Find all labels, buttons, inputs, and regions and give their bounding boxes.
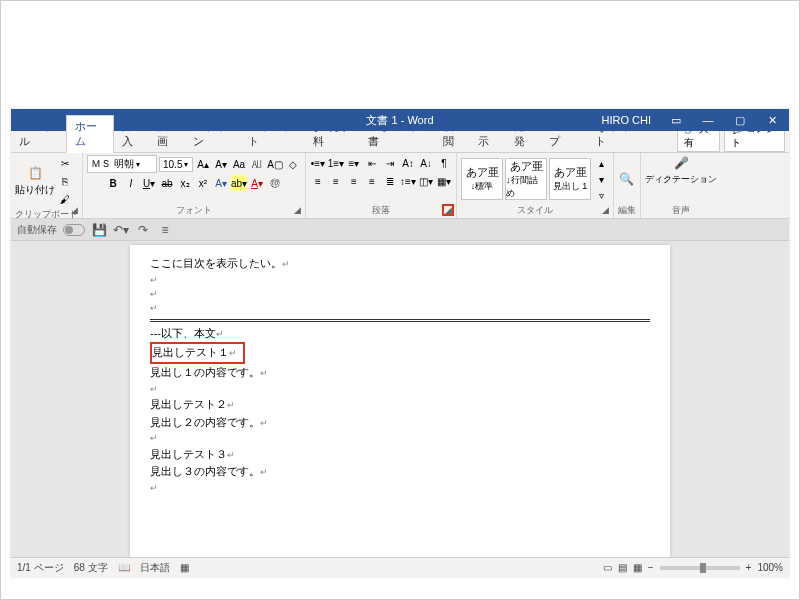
maximize-button[interactable]: ▢ [727, 112, 753, 129]
zoom-out-icon[interactable]: − [648, 562, 654, 573]
clipboard-launcher[interactable]: ◢ [68, 204, 80, 216]
show-marks-icon[interactable]: ¶ [436, 155, 452, 171]
enclose-char-icon[interactable]: ㊞ [267, 175, 283, 191]
strike-icon[interactable]: ab [159, 175, 175, 191]
language[interactable]: 日本語 [140, 561, 170, 575]
undo-icon[interactable]: ↶▾ [113, 222, 129, 238]
style-heading1[interactable]: あア亜見出し 1 [549, 158, 591, 200]
body-line: ここに目次を表示したい。↵ [150, 255, 650, 273]
group-styles: あア亜↓標準 あア亜↓行間詰め あア亜見出し 1 ▴ ▾ ▿ スタイル ◢ [457, 153, 614, 218]
shrink-font-icon[interactable]: A▾ [213, 156, 229, 172]
group-font: ＭＳ 明朝▾ 10.5▾ A▴ A▾ Aa ㍳ A▢ ◇ B I U▾ ab x… [83, 153, 306, 218]
phonetic-icon[interactable]: ㍳ [249, 156, 265, 172]
bullets-icon[interactable]: •≡▾ [310, 155, 326, 171]
quick-access-toolbar: 自動保存 💾 ↶▾ ↷ ≡ [11, 219, 789, 241]
grow-font-icon[interactable]: A▴ [195, 156, 211, 172]
styles-more-icon[interactable]: ▿ [593, 187, 609, 203]
line-spacing-icon[interactable]: ↕≡▾ [400, 173, 416, 189]
zoom-slider[interactable] [660, 566, 740, 570]
bold-icon[interactable]: B [105, 175, 121, 191]
text-direction-icon[interactable]: A↕ [400, 155, 416, 171]
body-line: ---以下、本文↵ [150, 325, 650, 343]
paste-button[interactable]: 📋 貼り付け [15, 165, 55, 197]
document-area[interactable]: ここに目次を表示したい。↵ ↵ ↵ ↵ ---以下、本文↵ 見出しテスト１↵ 見… [11, 241, 789, 557]
page[interactable]: ここに目次を表示したい。↵ ↵ ↵ ↵ ---以下、本文↵ 見出しテスト１↵ 見… [130, 245, 670, 557]
font-size-combo[interactable]: 10.5▾ [159, 157, 193, 172]
page-count[interactable]: 1/1 ページ [17, 561, 64, 575]
body-line: 見出し２の内容です。↵ [150, 414, 650, 432]
close-button[interactable]: ✕ [759, 112, 785, 129]
font-launcher[interactable]: ◢ [291, 204, 303, 216]
autosave-label: 自動保存 [17, 223, 57, 237]
word-count[interactable]: 68 文字 [74, 561, 108, 575]
group-clipboard: 📋 貼り付け ✂ ⎘ 🖌 クリップボード ◢ [11, 153, 83, 218]
qat-more-icon[interactable]: ≡ [157, 222, 173, 238]
highlight-icon[interactable]: ab▾ [231, 175, 247, 191]
body-line: 見出しテスト２↵ [150, 396, 650, 414]
body-line: 見出しテスト３↵ [150, 446, 650, 464]
styles-scroll-down-icon[interactable]: ▾ [593, 171, 609, 187]
text-effects-icon[interactable]: A▾ [213, 175, 229, 191]
align-center-icon[interactable]: ≡ [328, 173, 344, 189]
view-focus-icon[interactable]: ▭ [603, 562, 612, 573]
style-nospacing[interactable]: あア亜↓行間詰め [505, 158, 547, 200]
distribute-icon[interactable]: ≣ [382, 173, 398, 189]
font-name-combo[interactable]: ＭＳ 明朝▾ [87, 155, 157, 173]
italic-icon[interactable]: I [123, 175, 139, 191]
style-normal[interactable]: あア亜↓標準 [461, 158, 503, 200]
group-voice: 🎤 ディクテーション 音声 [641, 153, 721, 218]
clear-format-icon[interactable]: ◇ [285, 156, 301, 172]
cut-icon[interactable]: ✂ [57, 155, 73, 171]
group-paragraph: •≡▾ 1≡▾ ≡▾ ⇤ ⇥ A↕ A↓ ¶ ≡ ≡ ≡ ≡ ≣ ↕≡▾ ◫▾ [306, 153, 457, 218]
ribbon: 📋 貼り付け ✂ ⎘ 🖌 クリップボード ◢ ＭＳ 明朝▾ 10.5▾ A▴ A… [11, 153, 789, 219]
superscript-icon[interactable]: x² [195, 175, 211, 191]
subscript-icon[interactable]: x₂ [177, 175, 193, 191]
zoom-level[interactable]: 100% [757, 562, 783, 573]
change-case-icon[interactable]: Aa [231, 156, 247, 172]
view-web-icon[interactable]: ▦ [633, 562, 642, 573]
minimize-button[interactable]: — [695, 112, 721, 128]
user-name[interactable]: HIRO CHI [596, 112, 658, 128]
styles-scroll-up-icon[interactable]: ▴ [593, 155, 609, 171]
multilevel-icon[interactable]: ≡▾ [346, 155, 362, 171]
paragraph-launcher[interactable]: ◢ [442, 204, 454, 216]
para-mark: ↵ [150, 287, 650, 301]
tab-home[interactable]: ホーム [66, 115, 113, 153]
heading-1: 見出しテスト１↵ [150, 342, 650, 364]
font-color-icon[interactable]: A▾ [249, 175, 265, 191]
spellcheck-icon[interactable]: 📖 [118, 562, 130, 573]
dictation-icon[interactable]: 🎤 [673, 155, 689, 171]
align-right-icon[interactable]: ≡ [346, 173, 362, 189]
group-editing: 🔍 編集 [614, 153, 641, 218]
zoom-in-icon[interactable]: + [746, 562, 752, 573]
redo-icon[interactable]: ↷ [135, 222, 151, 238]
title-bar: 文書 1 - Word HIRO CHI ▭ — ▢ ✕ [11, 109, 789, 131]
clipboard-icon: 📋 [27, 165, 43, 181]
body-line: 見出し３の内容です。↵ [150, 463, 650, 481]
char-border-icon[interactable]: A▢ [267, 156, 283, 172]
autosave-toggle[interactable] [63, 224, 85, 236]
find-icon[interactable]: 🔍 [618, 171, 634, 187]
numbering-icon[interactable]: 1≡▾ [328, 155, 344, 171]
view-print-icon[interactable]: ▤ [618, 562, 627, 573]
para-mark: ↵ [150, 273, 650, 287]
styles-launcher[interactable]: ◢ [599, 204, 611, 216]
indent-inc-icon[interactable]: ⇥ [382, 155, 398, 171]
borders-icon[interactable]: ▦▾ [436, 173, 452, 189]
align-left-icon[interactable]: ≡ [310, 173, 326, 189]
macro-icon[interactable]: ▦ [180, 562, 189, 573]
document-title: 文書 1 - Word [366, 113, 433, 128]
justify-icon[interactable]: ≡ [364, 173, 380, 189]
para-mark: ↵ [150, 431, 650, 445]
status-bar: 1/1 ページ 68 文字 📖 日本語 ▦ ▭ ▤ ▦ − + 100% [11, 557, 789, 577]
underline-icon[interactable]: U▾ [141, 175, 157, 191]
para-mark: ↵ [150, 301, 650, 315]
save-icon[interactable]: 💾 [91, 222, 107, 238]
ribbon-options-icon[interactable]: ▭ [663, 112, 689, 129]
shading-icon[interactable]: ◫▾ [418, 173, 434, 189]
para-mark: ↵ [150, 481, 650, 495]
body-line: 見出し１の内容です。↵ [150, 364, 650, 382]
indent-dec-icon[interactable]: ⇤ [364, 155, 380, 171]
copy-icon[interactable]: ⎘ [57, 173, 73, 189]
sort-icon[interactable]: A↓ [418, 155, 434, 171]
